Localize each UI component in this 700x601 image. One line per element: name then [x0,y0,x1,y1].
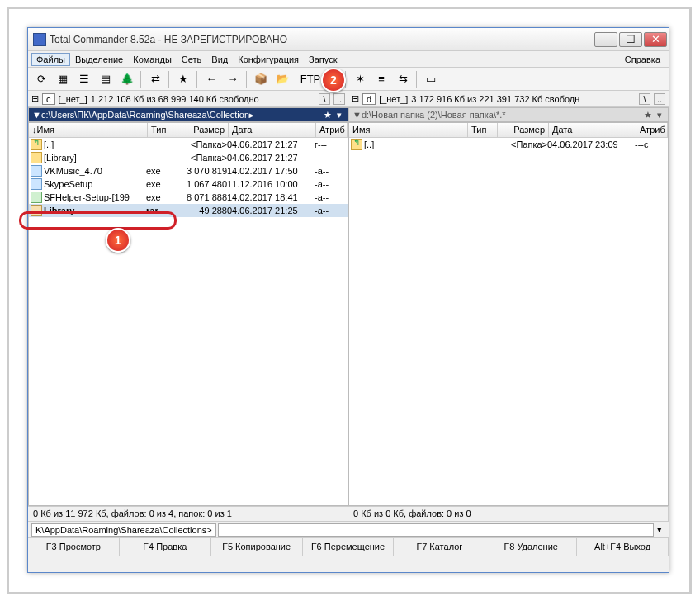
cmdline-dropdown-icon[interactable]: ▾ [654,524,665,535]
file-attr: -a-- [315,192,346,202]
file-size: <Папка> [496,140,547,149]
fkey-button[interactable]: F4 Правка [120,538,211,556]
menu-запуск[interactable]: Запуск [304,53,342,66]
file-size: 3 070 819 [176,166,227,176]
file-row[interactable]: SFHelper-Setup-[199exe8 071 88814.02.201… [29,191,348,204]
rar-icon [31,205,42,216]
fkey-button[interactable]: F5 Копирование [211,538,303,556]
fkey-button[interactable]: F6 Перемещение [303,538,395,556]
star-button[interactable]: ★ [173,70,193,88]
drive-right: ⊟ d [_нет_] 3 172 916 Кб из 221 391 732 … [348,91,669,106]
file-name: [Library] [44,153,146,163]
tree-button[interactable]: 🌲 [117,70,137,88]
view-thumbs-icon: ▤ [101,73,111,84]
cmdline-input[interactable] [218,523,654,537]
col-ext: Тип [148,123,177,137]
view-full-button[interactable]: ☰ [74,70,94,88]
unpack-button[interactable]: 📂 [272,70,292,88]
forward-button[interactable]: → [223,70,243,88]
up-icon [31,139,42,150]
fkey-button[interactable]: F3 Просмотр [28,538,120,556]
col-size: Размер [177,123,229,137]
file-name: SkypeSetup [44,179,146,189]
file-row[interactable]: VKMusic_4.70exe3 070 81914.02.2017 17:50… [29,164,348,177]
right-file-list[interactable]: [..]<Папка>04.06.2017 23:09---c [349,138,668,505]
file-row[interactable]: [..]<Папка>04.06.2017 23:09---c [349,138,668,151]
drive-left: ⊟ c [_нет_] 1 212 108 Кб из 68 999 140 К… [28,91,348,106]
drive-bar: ⊟ c [_нет_] 1 212 108 Кб из 68 999 140 К… [28,91,669,107]
menu-конфигурация[interactable]: Конфигурация [233,53,304,66]
refresh-button[interactable]: ⟳ [31,70,51,88]
fkey-button[interactable]: Alt+F4 Выход [577,538,669,556]
command-line[interactable]: K\AppData\Roaming\Shareaza\Collections> … [28,521,669,537]
file-ext: exe [146,166,176,176]
refresh-icon: ⟳ [37,73,46,84]
file-row[interactable]: [Library]<Папка>04.06.2017 21:27---- [29,151,348,164]
col-date: Дата [549,123,636,137]
left-panel: ↓Имя Тип Размер Дата Атриб [..]<Папка>04… [28,122,348,506]
path-left[interactable]: ▼c:\Users\ПК\AppData\Roaming\Shareaza\Co… [28,107,348,122]
file-attr: г--- [315,140,346,149]
function-key-bar: F3 ПросмотрF4 ПравкаF5 КопированиеF6 Пер… [28,537,669,556]
minimize-button[interactable]: — [594,32,617,47]
drive-left-letter[interactable]: c [42,93,55,105]
file-date: 14.02.2017 18:41 [227,192,315,202]
menu-команды[interactable]: Команды [128,53,177,66]
file-row[interactable]: Libraryrar49 28804.06.2017 21:25-a-- [29,204,348,217]
file-attr: ---- [315,153,346,163]
swap-button[interactable]: ⇄ [145,70,165,88]
right-panel: Имя Тип Размер Дата Атриб [..]<Папка>04.… [348,122,669,506]
ftp-button[interactable]: FTP [300,70,320,88]
doc-button[interactable]: ▭ [421,70,441,88]
path-right-fav-icon[interactable]: ★ [641,110,655,121]
wordwrap-button[interactable]: ≡ [371,70,391,88]
left-root-button[interactable]: \ [319,93,330,105]
file-ext: exe [146,179,176,189]
file-name: SFHelper-Setup-[199 [44,192,146,202]
drive-right-free: 3 172 916 Кб из 221 391 732 Кб свободн [411,94,579,104]
fkey-button[interactable]: F7 Каталог [394,538,485,556]
view-thumbs-button[interactable]: ▤ [96,70,116,88]
wordwrap-icon: ≡ [378,73,385,84]
file-size: <Папка> [176,140,227,149]
notepad-button[interactable]: ✶ [350,70,370,88]
menu-выделение[interactable]: Выделение [70,53,128,66]
left-file-list[interactable]: [..]<Папка>04.06.2017 21:27г---[Library]… [29,138,348,505]
left-up-button[interactable]: .. [333,93,345,105]
file-row[interactable]: SkypeSetupexe1 067 48011.12.2016 10:00-a… [29,177,348,191]
menu-сеть[interactable]: Сеть [177,53,206,66]
menu-вид[interactable]: Вид [206,53,233,66]
view-full-icon: ☰ [79,73,89,84]
path-right-history-icon[interactable]: ▾ [655,110,665,121]
compare-button[interactable]: ⇆ [393,70,413,88]
fkey-button[interactable]: F8 Удаление [485,538,577,556]
col-attr: Атриб [636,123,668,137]
pack-button[interactable]: 📦 [251,70,271,88]
exe-icon [31,178,42,190]
close-button[interactable]: ✕ [644,32,667,47]
path-left-history-icon[interactable]: ▾ [334,110,344,121]
file-row[interactable]: [..]<Папка>04.06.2017 21:27г--- [29,138,348,151]
up-icon [351,139,362,150]
right-column-header[interactable]: Имя Тип Размер Дата Атриб [349,123,668,138]
menu-файлы[interactable]: Файлы [31,53,70,66]
view-brief-button[interactable]: ▦ [53,70,73,88]
back-button[interactable]: ← [201,70,221,88]
drive-right-letter[interactable]: d [362,93,376,105]
menu-help[interactable]: Справка [620,53,665,66]
col-ext: Тип [468,123,498,137]
file-ext: exe [146,192,176,202]
maximize-button[interactable]: ☐ [619,32,642,47]
path-right[interactable]: ▼d:\Новая папка (2)\Новая папка\*.* ★ ▾ [348,107,669,122]
path-left-fav-icon[interactable]: ★ [321,110,334,121]
exe-icon [31,165,42,177]
path-right-text: d:\Новая папка (2)\Новая папка\*.* [362,110,506,120]
window-title: Total Commander 8.52a - НЕ ЗАРЕГИСТРИРОВ… [50,34,594,45]
titlebar: Total Commander 8.52a - НЕ ЗАРЕГИСТРИРОВ… [28,28,669,51]
right-root-button[interactable]: \ [639,93,650,105]
drive-left-label: [_нет_] [59,94,88,104]
file-name: VKMusic_4.70 [44,166,146,176]
left-column-header[interactable]: ↓Имя Тип Размер Дата Атриб [29,123,348,138]
back-icon: ← [206,73,217,84]
right-up-button[interactable]: .. [654,93,665,105]
